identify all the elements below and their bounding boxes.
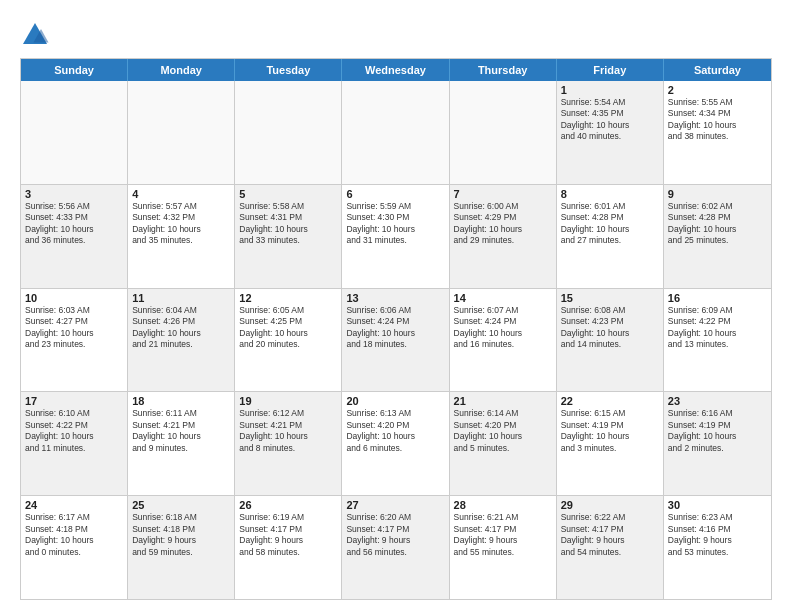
day-info: Sunrise: 5:58 AM Sunset: 4:31 PM Dayligh… (239, 201, 337, 247)
day-number: 23 (668, 395, 767, 407)
day-info: Sunrise: 6:20 AM Sunset: 4:17 PM Dayligh… (346, 512, 444, 558)
day-number: 21 (454, 395, 552, 407)
day-info: Sunrise: 5:55 AM Sunset: 4:34 PM Dayligh… (668, 97, 767, 143)
day-info: Sunrise: 6:18 AM Sunset: 4:18 PM Dayligh… (132, 512, 230, 558)
day-number: 14 (454, 292, 552, 304)
day-info: Sunrise: 6:00 AM Sunset: 4:29 PM Dayligh… (454, 201, 552, 247)
day-number: 18 (132, 395, 230, 407)
calendar-row: 17Sunrise: 6:10 AM Sunset: 4:22 PM Dayli… (21, 391, 771, 495)
day-number: 20 (346, 395, 444, 407)
calendar-header-cell: Saturday (664, 59, 771, 81)
day-info: Sunrise: 6:02 AM Sunset: 4:28 PM Dayligh… (668, 201, 767, 247)
calendar-cell: 30Sunrise: 6:23 AM Sunset: 4:16 PM Dayli… (664, 496, 771, 599)
calendar-cell: 5Sunrise: 5:58 AM Sunset: 4:31 PM Daylig… (235, 185, 342, 288)
calendar-cell: 21Sunrise: 6:14 AM Sunset: 4:20 PM Dayli… (450, 392, 557, 495)
day-info: Sunrise: 6:14 AM Sunset: 4:20 PM Dayligh… (454, 408, 552, 454)
day-info: Sunrise: 6:19 AM Sunset: 4:17 PM Dayligh… (239, 512, 337, 558)
day-info: Sunrise: 6:11 AM Sunset: 4:21 PM Dayligh… (132, 408, 230, 454)
calendar: SundayMondayTuesdayWednesdayThursdayFrid… (20, 58, 772, 600)
day-info: Sunrise: 6:01 AM Sunset: 4:28 PM Dayligh… (561, 201, 659, 247)
calendar-cell: 12Sunrise: 6:05 AM Sunset: 4:25 PM Dayli… (235, 289, 342, 392)
day-info: Sunrise: 6:10 AM Sunset: 4:22 PM Dayligh… (25, 408, 123, 454)
day-number: 30 (668, 499, 767, 511)
day-number: 15 (561, 292, 659, 304)
day-info: Sunrise: 6:15 AM Sunset: 4:19 PM Dayligh… (561, 408, 659, 454)
day-number: 11 (132, 292, 230, 304)
day-info: Sunrise: 5:54 AM Sunset: 4:35 PM Dayligh… (561, 97, 659, 143)
day-number: 26 (239, 499, 337, 511)
day-number: 29 (561, 499, 659, 511)
day-number: 17 (25, 395, 123, 407)
day-info: Sunrise: 6:07 AM Sunset: 4:24 PM Dayligh… (454, 305, 552, 351)
calendar-cell: 3Sunrise: 5:56 AM Sunset: 4:33 PM Daylig… (21, 185, 128, 288)
day-number: 10 (25, 292, 123, 304)
calendar-cell (235, 81, 342, 184)
day-info: Sunrise: 6:06 AM Sunset: 4:24 PM Dayligh… (346, 305, 444, 351)
day-info: Sunrise: 6:04 AM Sunset: 4:26 PM Dayligh… (132, 305, 230, 351)
day-number: 8 (561, 188, 659, 200)
calendar-cell: 28Sunrise: 6:21 AM Sunset: 4:17 PM Dayli… (450, 496, 557, 599)
calendar-row: 24Sunrise: 6:17 AM Sunset: 4:18 PM Dayli… (21, 495, 771, 599)
calendar-row: 10Sunrise: 6:03 AM Sunset: 4:27 PM Dayli… (21, 288, 771, 392)
calendar-cell: 18Sunrise: 6:11 AM Sunset: 4:21 PM Dayli… (128, 392, 235, 495)
day-number: 12 (239, 292, 337, 304)
day-number: 16 (668, 292, 767, 304)
calendar-cell: 1Sunrise: 5:54 AM Sunset: 4:35 PM Daylig… (557, 81, 664, 184)
calendar-cell: 19Sunrise: 6:12 AM Sunset: 4:21 PM Dayli… (235, 392, 342, 495)
calendar-cell: 11Sunrise: 6:04 AM Sunset: 4:26 PM Dayli… (128, 289, 235, 392)
day-number: 1 (561, 84, 659, 96)
day-number: 2 (668, 84, 767, 96)
day-info: Sunrise: 5:57 AM Sunset: 4:32 PM Dayligh… (132, 201, 230, 247)
day-info: Sunrise: 6:05 AM Sunset: 4:25 PM Dayligh… (239, 305, 337, 351)
day-info: Sunrise: 6:03 AM Sunset: 4:27 PM Dayligh… (25, 305, 123, 351)
calendar-cell: 6Sunrise: 5:59 AM Sunset: 4:30 PM Daylig… (342, 185, 449, 288)
day-number: 5 (239, 188, 337, 200)
page: SundayMondayTuesdayWednesdayThursdayFrid… (0, 0, 792, 612)
calendar-header-cell: Friday (557, 59, 664, 81)
day-info: Sunrise: 6:13 AM Sunset: 4:20 PM Dayligh… (346, 408, 444, 454)
calendar-cell: 8Sunrise: 6:01 AM Sunset: 4:28 PM Daylig… (557, 185, 664, 288)
calendar-cell (342, 81, 449, 184)
day-number: 25 (132, 499, 230, 511)
day-info: Sunrise: 6:23 AM Sunset: 4:16 PM Dayligh… (668, 512, 767, 558)
calendar-header-cell: Wednesday (342, 59, 449, 81)
day-number: 7 (454, 188, 552, 200)
calendar-cell: 23Sunrise: 6:16 AM Sunset: 4:19 PM Dayli… (664, 392, 771, 495)
calendar-cell: 7Sunrise: 6:00 AM Sunset: 4:29 PM Daylig… (450, 185, 557, 288)
calendar-cell: 9Sunrise: 6:02 AM Sunset: 4:28 PM Daylig… (664, 185, 771, 288)
calendar-cell (21, 81, 128, 184)
calendar-cell: 17Sunrise: 6:10 AM Sunset: 4:22 PM Dayli… (21, 392, 128, 495)
day-info: Sunrise: 6:17 AM Sunset: 4:18 PM Dayligh… (25, 512, 123, 558)
day-number: 19 (239, 395, 337, 407)
day-number: 3 (25, 188, 123, 200)
calendar-cell: 16Sunrise: 6:09 AM Sunset: 4:22 PM Dayli… (664, 289, 771, 392)
calendar-row: 3Sunrise: 5:56 AM Sunset: 4:33 PM Daylig… (21, 184, 771, 288)
day-number: 6 (346, 188, 444, 200)
day-number: 22 (561, 395, 659, 407)
calendar-cell: 15Sunrise: 6:08 AM Sunset: 4:23 PM Dayli… (557, 289, 664, 392)
logo (20, 20, 54, 50)
logo-icon (20, 20, 50, 50)
calendar-row: 1Sunrise: 5:54 AM Sunset: 4:35 PM Daylig… (21, 81, 771, 184)
calendar-cell (128, 81, 235, 184)
calendar-cell: 22Sunrise: 6:15 AM Sunset: 4:19 PM Dayli… (557, 392, 664, 495)
calendar-header-cell: Thursday (450, 59, 557, 81)
calendar-cell: 2Sunrise: 5:55 AM Sunset: 4:34 PM Daylig… (664, 81, 771, 184)
day-info: Sunrise: 6:09 AM Sunset: 4:22 PM Dayligh… (668, 305, 767, 351)
day-info: Sunrise: 6:08 AM Sunset: 4:23 PM Dayligh… (561, 305, 659, 351)
day-number: 28 (454, 499, 552, 511)
calendar-cell: 20Sunrise: 6:13 AM Sunset: 4:20 PM Dayli… (342, 392, 449, 495)
day-number: 4 (132, 188, 230, 200)
day-info: Sunrise: 5:59 AM Sunset: 4:30 PM Dayligh… (346, 201, 444, 247)
day-number: 13 (346, 292, 444, 304)
day-info: Sunrise: 6:22 AM Sunset: 4:17 PM Dayligh… (561, 512, 659, 558)
day-info: Sunrise: 6:12 AM Sunset: 4:21 PM Dayligh… (239, 408, 337, 454)
calendar-cell: 29Sunrise: 6:22 AM Sunset: 4:17 PM Dayli… (557, 496, 664, 599)
day-info: Sunrise: 6:16 AM Sunset: 4:19 PM Dayligh… (668, 408, 767, 454)
calendar-header-cell: Tuesday (235, 59, 342, 81)
calendar-cell: 4Sunrise: 5:57 AM Sunset: 4:32 PM Daylig… (128, 185, 235, 288)
calendar-cell: 14Sunrise: 6:07 AM Sunset: 4:24 PM Dayli… (450, 289, 557, 392)
calendar-body: 1Sunrise: 5:54 AM Sunset: 4:35 PM Daylig… (21, 81, 771, 599)
calendar-header-cell: Monday (128, 59, 235, 81)
day-number: 24 (25, 499, 123, 511)
